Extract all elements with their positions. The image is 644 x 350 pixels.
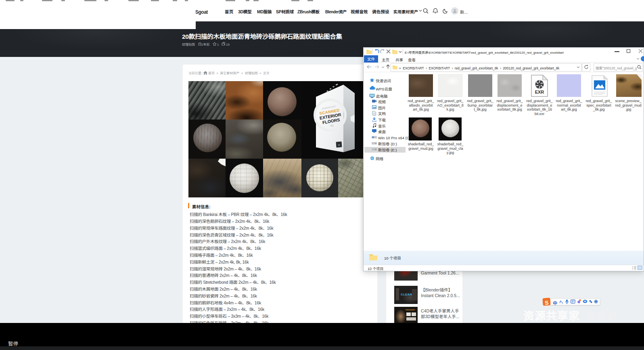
svg-text:EXR: EXR <box>535 88 544 95</box>
svg-text:∞: ∞ <box>338 143 340 147</box>
